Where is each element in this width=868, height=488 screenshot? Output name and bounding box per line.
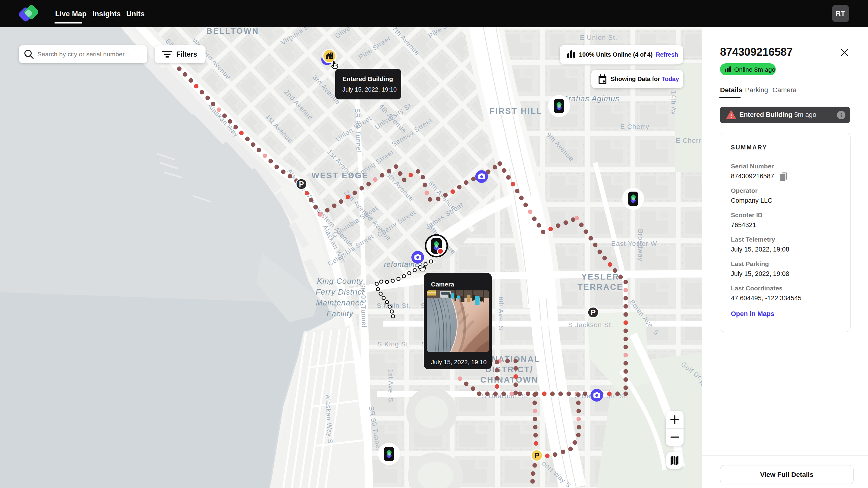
- svg-text:East Yesler W: East Yesler W: [611, 240, 657, 247]
- svg-text:FIRST HILL: FIRST HILL: [490, 107, 542, 116]
- svg-text:BELLTOWN: BELLTOWN: [207, 27, 259, 36]
- svg-text:YESLER: YESLER: [581, 272, 619, 281]
- svg-text:6th Ave. S: 6th Ave. S: [497, 297, 505, 330]
- svg-text:14th Av: 14th Av: [670, 90, 678, 115]
- svg-text:Broadway: Broadway: [637, 229, 644, 261]
- svg-text:P: P: [534, 451, 539, 460]
- svg-text:E Union St.: E Union St.: [580, 34, 617, 41]
- svg-text:E Cherr: E Cherr: [676, 137, 701, 144]
- svg-text:P: P: [591, 308, 596, 317]
- svg-text:Ferry District: Ferry District: [315, 287, 364, 296]
- svg-text:S Main St.: S Main St.: [377, 302, 411, 310]
- svg-text:E Cherry: E Cherry: [620, 123, 649, 130]
- svg-text:WEST EDGE: WEST EDGE: [311, 171, 368, 180]
- svg-text:S Jackson St.: S Jackson St.: [568, 321, 613, 329]
- svg-text:Gratias Agimus: Gratias Agimus: [562, 94, 620, 103]
- svg-text:P: P: [299, 180, 304, 188]
- svg-text:Facility: Facility: [327, 309, 354, 318]
- svg-text:CHINATOWN: CHINATOWN: [480, 375, 538, 384]
- svg-text:TERRACE: TERRACE: [578, 283, 623, 292]
- svg-text:1st Ave. S: 1st Ave. S: [387, 369, 395, 402]
- svg-text:Maintenance: Maintenance: [316, 298, 364, 307]
- svg-text:SR 99 Tunnel: SR 99 Tunnel: [353, 108, 363, 153]
- svg-text:DISTRICT/: DISTRICT/: [486, 365, 533, 374]
- svg-text:S King St.: S King St.: [377, 340, 410, 348]
- svg-text:King County: King County: [317, 276, 364, 286]
